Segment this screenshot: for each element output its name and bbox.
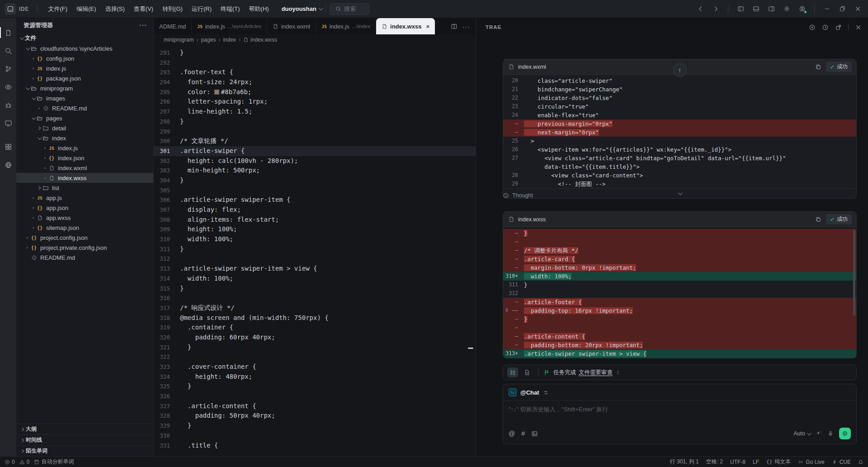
arrow-right-icon[interactable] — [709, 3, 722, 15]
tree-folder-cloudfunctions-syncArticles[interactable]: cloudfunctions \syncArticles — [16, 43, 153, 53]
voice-record-button[interactable] — [839, 428, 851, 439]
tree-file-README.md[interactable]: README.md — [16, 103, 153, 113]
scrollbar-thumb[interactable] — [853, 230, 855, 316]
editor-tab-index.wxml[interactable]: index.wxml — [267, 18, 316, 34]
tree-file-app.wxss[interactable]: app.wxss — [16, 213, 153, 223]
tree-file-index.json[interactable]: {}index.json — [16, 153, 153, 163]
tree-folder-list[interactable]: list — [16, 183, 153, 193]
status-bolt[interactable]: CUE — [832, 459, 851, 465]
tree-file-project.config.json[interactable]: {}project.config.json — [16, 233, 153, 243]
status-LF[interactable]: LF — [753, 459, 759, 465]
status-broadcast[interactable]: Go Live — [798, 459, 824, 465]
word-analyze[interactable]: 自动分析单词 — [34, 458, 74, 466]
layout-left-icon[interactable] — [734, 3, 747, 15]
activity-search-icon[interactable] — [0, 42, 16, 60]
history-icon[interactable] — [822, 24, 829, 31]
sidebar-section-时间线[interactable]: 时间线 — [16, 434, 153, 445]
menu-item[interactable]: 转到(G) — [158, 3, 187, 15]
files-section-header[interactable]: 文件 — [16, 33, 153, 43]
chat-agent-name[interactable]: @Chat — [520, 389, 539, 396]
menu-item[interactable]: 文件(F) — [44, 3, 72, 15]
sidebar-section-大纲[interactable]: 大纲 — [16, 424, 153, 434]
tree-file-project.private.config.json[interactable]: {}project.private.config.json — [16, 243, 153, 253]
scrollbar-marker[interactable] — [468, 348, 473, 349]
task-file-button[interactable] — [522, 367, 533, 377]
mode-selector[interactable]: Auto — [793, 430, 810, 437]
breadcrumb[interactable]: miniprogram›pages›index›index.wxss — [154, 34, 476, 45]
breadcrumb-item[interactable]: index — [223, 37, 236, 43]
tree-file-index.wxss[interactable]: index.wxss — [16, 173, 153, 183]
thought-row[interactable]: Thought — [503, 192, 533, 199]
status--2[interactable]: 空格: 2 — [706, 458, 723, 466]
status-UTF-8[interactable]: UTF-8 — [730, 459, 745, 465]
status-braces[interactable]: {}纯文本 — [766, 458, 791, 466]
copy-icon[interactable] — [815, 216, 821, 223]
attach-image-icon[interactable] — [531, 430, 538, 437]
open-in-window-icon[interactable] — [835, 24, 842, 31]
activity-globe-icon[interactable] — [0, 156, 16, 174]
more-actions-icon[interactable]: ··· — [139, 22, 147, 29]
menu-item[interactable]: 查看(V) — [129, 3, 158, 15]
copy-icon[interactable] — [815, 64, 821, 70]
activity-extensions-icon[interactable] — [0, 138, 16, 156]
menu-item[interactable]: 选择(S) — [100, 3, 129, 15]
tree-folder-images[interactable]: images — [16, 93, 153, 103]
editor-tab-ADME.md[interactable]: ADME.md — [154, 18, 192, 34]
sparkle-icon[interactable] — [816, 430, 822, 437]
close-tab-icon[interactable]: × — [426, 23, 429, 30]
activity-source-control-icon[interactable] — [0, 60, 16, 78]
tree-file-index.js[interactable]: JSindex.js — [16, 143, 153, 153]
editor-tab-index.wxss[interactable]: index.wxss× — [376, 18, 435, 34]
lightbulb-icon[interactable] — [504, 307, 509, 313]
layout-right-icon[interactable] — [764, 3, 778, 15]
mention-icon[interactable]: @ — [509, 430, 515, 437]
status--301-1[interactable]: 行 301, 列 1 — [670, 458, 699, 466]
split-editor-icon[interactable] — [451, 23, 458, 30]
close-panel-icon[interactable] — [855, 24, 862, 31]
account-icon[interactable] — [795, 3, 809, 15]
scroll-to-top-button[interactable]: ↑ — [673, 63, 687, 77]
breadcrumb-item[interactable]: index.wxss — [243, 37, 277, 43]
new-chat-icon[interactable] — [809, 24, 816, 31]
editor-more-icon[interactable]: ··· — [462, 23, 470, 30]
tree-folder-detail[interactable]: detail — [16, 123, 153, 133]
tree-file-app.json[interactable]: {}app.json — [16, 203, 153, 213]
notifications-bell-icon[interactable] — [858, 459, 863, 465]
arrow-left-icon[interactable] — [693, 3, 707, 15]
app-logo-icon[interactable] — [5, 3, 16, 15]
context-hash-icon[interactable]: # — [521, 430, 525, 437]
code-editor[interactable]: 291}292293.footer-text {294 font-size: 2… — [154, 45, 476, 456]
switch-agent-icon[interactable] — [543, 390, 549, 396]
expand-card-button[interactable] — [503, 188, 856, 198]
tree-file-index.wxml[interactable]: index.wxml — [16, 163, 153, 173]
sidebar-section-陌生单词[interactable]: 陌生单词 — [16, 445, 153, 456]
menu-item[interactable]: 运行(R) — [187, 3, 216, 15]
tree-folder-pages[interactable]: pages — [16, 113, 153, 123]
review-files-link[interactable]: 文件需要审查 — [579, 369, 613, 376]
menu-item[interactable]: 终端(T) — [216, 3, 245, 15]
tree-folder-index[interactable]: index — [16, 133, 153, 143]
tree-file-index.js[interactable]: JSindex.js — [16, 63, 153, 73]
breadcrumb-item[interactable]: pages — [201, 37, 216, 43]
activity-explorer-icon[interactable] — [0, 24, 16, 42]
tree-file-app.js[interactable]: JSapp.js — [16, 193, 153, 203]
breadcrumb-item[interactable]: miniprogram — [164, 37, 194, 43]
close-icon[interactable] — [851, 3, 864, 15]
activity-remote-window-icon[interactable] — [0, 114, 16, 132]
color-swatch[interactable] — [214, 90, 219, 95]
mic-icon[interactable] — [827, 430, 834, 437]
global-search-input[interactable]: 搜索 — [330, 3, 369, 15]
tree-file-README.md[interactable]: README.md — [16, 253, 153, 262]
layout-bottom-icon[interactable] — [749, 3, 763, 15]
tree-file-config.json[interactable]: {}config.json — [16, 53, 153, 63]
activity-eye-icon[interactable] — [0, 78, 16, 96]
editor-tab-index.js[interactable]: JSindex.js...\syncArticles — [192, 18, 267, 34]
workspace-switcher[interactable]: duoyoushan — [282, 5, 322, 12]
tree-file-package.json[interactable]: {}package.json — [16, 73, 153, 83]
problems-warnings[interactable]: 0 — [19, 459, 30, 465]
expand-updown-icon[interactable] — [615, 370, 621, 375]
problems-errors[interactable]: 0 — [5, 459, 15, 465]
chat-input-box[interactable]: @Chat "↑↓" 切换历史输入，"Shift+Enter" 换行 @ # A… — [503, 384, 857, 444]
task-list-button[interactable] — [507, 367, 518, 377]
restore-icon[interactable] — [835, 3, 849, 15]
